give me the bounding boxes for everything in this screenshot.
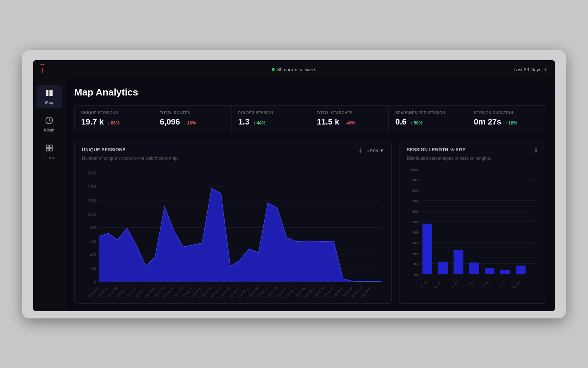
svg-text:0%: 0% <box>414 273 419 277</box>
days-chevron-icon: ▼ <box>380 148 384 153</box>
date-filter-selector[interactable]: Last 30 Days ▼ <box>513 67 548 72</box>
svg-rect-78 <box>422 223 432 274</box>
svg-rect-81 <box>469 262 479 274</box>
svg-text:800: 800 <box>90 226 96 230</box>
download-icon[interactable]: ⬇ <box>358 147 363 154</box>
metric-label: TOTAL SEARCHES <box>317 111 382 115</box>
area-chart-container: 1,600 1,400 1,200 1,000 800 600 400 200 … <box>82 165 384 297</box>
sidebar-item-kiosk-label: Kiosk <box>44 128 54 132</box>
main-layout: Map Kiosk <box>33 79 555 311</box>
svg-text:60%: 60% <box>412 209 419 213</box>
metric-value-row: 19.7 k ↓ 86% <box>81 117 146 127</box>
session-download-icon[interactable]: ⬇ <box>534 147 538 154</box>
svg-text:1,600: 1,600 <box>88 171 96 175</box>
bar-chart-container: 100% 90% 80% 70% 60% 50% 40% 30% 20% 10% <box>407 165 538 297</box>
bar-chart-svg: 100% 90% 80% 70% 60% 50% 40% 30% 20% 10% <box>407 165 538 297</box>
unique-sessions-chart-header: UNIQUE SESSIONS ⬇ DAYS ▼ <box>82 147 384 154</box>
svg-text:90%: 90% <box>412 178 419 182</box>
svg-text:200: 200 <box>90 266 96 271</box>
sidebar-item-map[interactable]: Map <box>36 85 62 108</box>
svg-text:3 - 4m: 3 - 4m <box>482 279 490 288</box>
chart-controls: ⬇ DAYS ▼ <box>358 147 384 154</box>
metric-value: 19.7 k <box>81 117 104 127</box>
sidebar-item-links[interactable]: Links <box>36 140 62 163</box>
sidebar-item-kiosk[interactable]: Kiosk <box>36 113 62 136</box>
svg-rect-2 <box>50 90 52 96</box>
svg-text:600: 600 <box>90 239 96 243</box>
metric-label: TOTAL ROUTES <box>160 111 225 115</box>
session-length-chart-title: SESSION LENGTH %-AGE <box>407 147 466 152</box>
metric-value-row: 1.3 ↑ 44% <box>238 117 303 127</box>
svg-text:1 - 2m: 1 - 2m <box>451 279 459 288</box>
days-selector[interactable]: DAYS ▼ <box>366 148 384 153</box>
svg-text:1,200: 1,200 <box>88 198 96 202</box>
svg-rect-4 <box>46 145 49 147</box>
svg-text:40%: 40% <box>412 230 419 234</box>
svg-text:1,000: 1,000 <box>88 212 96 216</box>
content-area: Map Analytics UNIQUE SESSIONS 19.7 k ↓ 8… <box>65 79 555 311</box>
svg-text:400: 400 <box>90 253 96 257</box>
metric-value: 6,096 <box>160 117 180 127</box>
svg-text:80%: 80% <box>412 188 419 192</box>
screen: ↑ 30 current viewers Last 30 Days ▼ <box>33 60 555 311</box>
metric-card-poi-per-session: POI PER SESSION 1.3 ↑ 44% <box>232 106 310 132</box>
svg-text:0 - 29s: 0 - 29s <box>419 279 428 288</box>
metric-card-total-searches: TOTAL SEARCHES 11.5 k ↓ 40% <box>310 106 389 132</box>
sidebar: Map Kiosk <box>33 79 65 311</box>
svg-text:2025-02-04: 2025-02-04 <box>360 285 372 297</box>
viewers-count: 30 current viewers <box>277 67 316 72</box>
page-title: Map Analytics <box>74 87 546 98</box>
sidebar-item-links-label: Links <box>44 155 54 160</box>
metric-change: ↓ 40% <box>343 120 355 126</box>
metric-change: ↓ 86% <box>107 120 119 126</box>
chevron-down-icon: ▼ <box>544 67 548 72</box>
svg-text:20%: 20% <box>412 252 419 256</box>
metric-change: ↑ 44% <box>253 120 265 126</box>
svg-text:4 - 5m: 4 - 5m <box>498 279 506 288</box>
sidebar-item-map-label: Map <box>45 100 53 105</box>
metric-card-total-routes: TOTAL ROUTES 6,096 ↓ 16% <box>153 106 232 132</box>
svg-rect-1 <box>49 90 50 96</box>
viewers-dot <box>272 68 275 71</box>
metric-value-row: 0.6 ↑ 50% <box>395 117 460 127</box>
metric-change: ↑ 10% <box>505 120 517 126</box>
metric-label: POI PER SESSION <box>238 111 303 115</box>
metric-label: SESSION DURATION <box>474 111 539 115</box>
metric-card-searches-per-session: SEARCHES PER SESSION 0.6 ↑ 50% <box>389 106 467 132</box>
svg-rect-82 <box>485 268 494 274</box>
metric-change: ↓ 16% <box>184 120 196 126</box>
metric-value-row: 0m 27s ↑ 10% <box>474 117 539 127</box>
svg-text:30 - 59s: 30 - 59s <box>434 279 443 289</box>
unique-sessions-chart-title: UNIQUE SESSIONS <box>82 147 126 152</box>
metric-card-session-duration: SESSION DURATION 0m 27s ↑ 10% <box>467 106 546 132</box>
metric-value: 0.6 <box>395 117 407 127</box>
svg-rect-7 <box>49 148 52 151</box>
days-label: DAYS <box>366 148 378 153</box>
svg-rect-6 <box>46 148 49 151</box>
svg-text:10%: 10% <box>412 262 419 266</box>
svg-rect-83 <box>500 270 510 274</box>
topbar: ↑ 30 current viewers Last 30 Days ▼ <box>33 60 555 79</box>
svg-rect-5 <box>49 145 52 147</box>
svg-rect-84 <box>516 266 526 274</box>
metric-value: 11.5 k <box>317 117 339 127</box>
session-length-chart-header: SESSION LENGTH %-AGE ⬇ <box>407 147 538 154</box>
metric-value-row: 11.5 k ↓ 40% <box>317 117 382 127</box>
laptop-frame: ↑ 30 current viewers Last 30 Days ▼ <box>22 50 566 318</box>
svg-text:1,400: 1,400 <box>88 184 96 189</box>
metric-value-row: 6,096 ↓ 16% <box>160 117 225 127</box>
unique-sessions-subtitle: Number of unique visitors to the web/mob… <box>82 156 384 161</box>
metrics-row: UNIQUE SESSIONS 19.7 k ↓ 86% TOTAL ROUTE… <box>74 105 546 132</box>
charts-row: UNIQUE SESSIONS ⬇ DAYS ▼ Number of uniqu… <box>74 141 546 304</box>
kiosk-icon <box>45 116 53 126</box>
svg-rect-80 <box>453 250 463 274</box>
metric-change: ↑ 50% <box>410 120 422 126</box>
viewers-badge: 30 current viewers <box>272 67 316 72</box>
svg-text:2 - 3m: 2 - 3m <box>466 279 474 288</box>
metric-value: 1.3 <box>238 117 250 127</box>
app-logo: ↑ <box>40 64 44 75</box>
svg-rect-79 <box>438 261 448 274</box>
metric-label: SEARCHES PER SESSION <box>395 111 460 115</box>
session-length-chart-card: SESSION LENGTH %-AGE ⬇ Distributed perce… <box>399 141 546 304</box>
area-chart-svg: 1,600 1,400 1,200 1,000 800 600 400 200 … <box>82 165 384 297</box>
